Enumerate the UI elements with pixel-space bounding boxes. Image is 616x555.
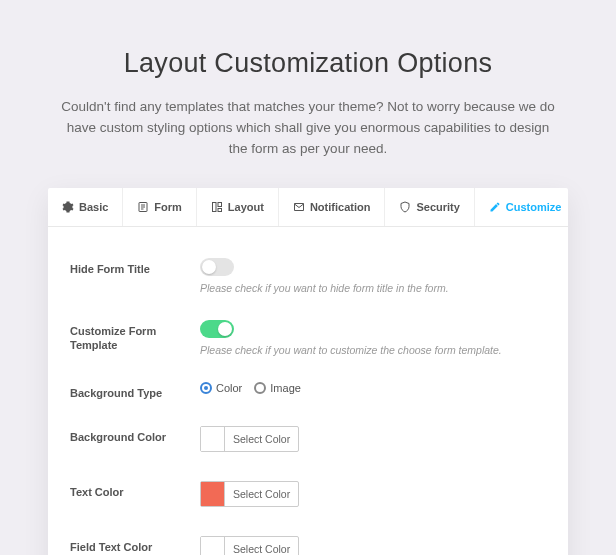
tabs-bar: Basic Form Layout Notification Security …: [48, 188, 568, 227]
color-swatch-icon: [201, 482, 225, 506]
pencil-icon: [489, 201, 501, 213]
page-subtitle: Couldn't find any templates that matches…: [60, 97, 556, 160]
field-help: Please check if you want to hide form ti…: [200, 282, 546, 294]
field-field-text-color: Field Text Color Select Color: [70, 523, 546, 555]
customize-template-toggle[interactable]: [200, 320, 234, 338]
shield-icon: [399, 201, 411, 213]
field-label: Background Color: [70, 426, 200, 444]
field-help: Please check if you want to customize th…: [200, 344, 546, 356]
svg-rect-4: [212, 202, 216, 211]
text-color-button[interactable]: Select Color: [200, 481, 299, 507]
field-label: Hide Form Title: [70, 258, 200, 276]
color-swatch-icon: [201, 427, 225, 451]
field-label: Field Text Color: [70, 536, 200, 554]
button-label: Select Color: [225, 543, 298, 555]
gear-icon: [62, 201, 74, 213]
tab-label: Layout: [228, 201, 264, 213]
field-text-color-button[interactable]: Select Color: [200, 536, 299, 555]
page-title: Layout Customization Options: [60, 48, 556, 79]
svg-rect-6: [218, 208, 222, 211]
tab-label: Customize: [506, 201, 562, 213]
tab-label: Notification: [310, 201, 371, 213]
field-background-color: Background Color Select Color: [70, 413, 546, 468]
tab-basic[interactable]: Basic: [48, 188, 123, 226]
radio-dot-icon: [200, 382, 212, 394]
bg-type-color-radio[interactable]: Color: [200, 382, 242, 394]
tab-customize[interactable]: Customize: [475, 188, 576, 226]
field-text-color: Text Color Select Color: [70, 468, 546, 523]
form-body: Hide Form Title Please check if you want…: [48, 227, 568, 555]
button-label: Select Color: [225, 488, 298, 500]
radio-dot-icon: [254, 382, 266, 394]
layout-icon: [211, 201, 223, 213]
tab-form[interactable]: Form: [123, 188, 197, 226]
form-icon: [137, 201, 149, 213]
field-customize-template: Customize Form Template Please check if …: [70, 307, 546, 369]
settings-panel: Basic Form Layout Notification Security …: [48, 188, 568, 555]
tab-label: Form: [154, 201, 182, 213]
background-color-button[interactable]: Select Color: [200, 426, 299, 452]
mail-icon: [293, 201, 305, 213]
field-label: Background Type: [70, 382, 200, 400]
bg-type-image-radio[interactable]: Image: [254, 382, 301, 394]
tab-label: Security: [416, 201, 459, 213]
color-swatch-icon: [201, 537, 225, 555]
tab-security[interactable]: Security: [385, 188, 474, 226]
field-hide-form-title: Hide Form Title Please check if you want…: [70, 245, 546, 307]
hero-section: Layout Customization Options Couldn't fi…: [0, 0, 616, 188]
tab-layout[interactable]: Layout: [197, 188, 279, 226]
tab-label: Basic: [79, 201, 108, 213]
svg-rect-5: [218, 202, 222, 206]
button-label: Select Color: [225, 433, 298, 445]
tab-notification[interactable]: Notification: [279, 188, 386, 226]
radio-label: Color: [216, 382, 242, 394]
field-background-type: Background Type Color Image: [70, 369, 546, 413]
radio-label: Image: [270, 382, 301, 394]
field-label: Customize Form Template: [70, 320, 200, 353]
field-label: Text Color: [70, 481, 200, 499]
hide-form-title-toggle[interactable]: [200, 258, 234, 276]
